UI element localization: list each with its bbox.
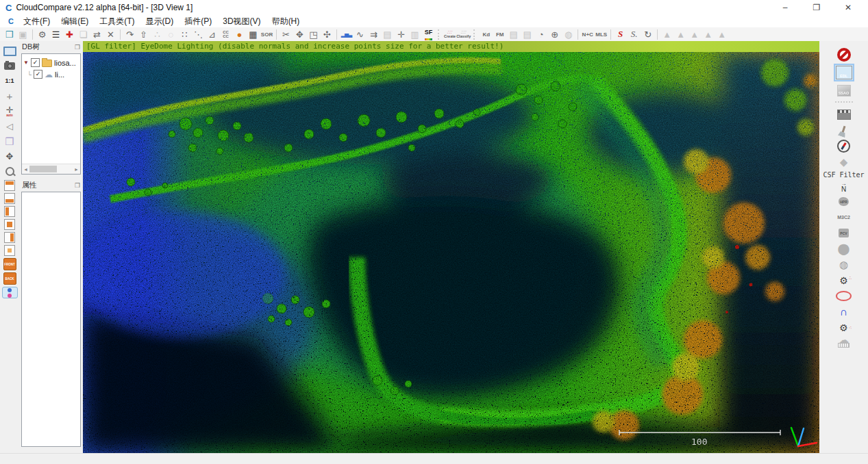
pan-icon[interactable]: ✥ [2, 150, 17, 163]
scroll-right-button[interactable]: ► [73, 167, 80, 172]
terrain-icon-1[interactable]: ▲ [660, 27, 673, 41]
cloud-cloud-distance-icon[interactable]: CC CC [219, 27, 232, 41]
view-front-iso-icon[interactable]: FRONT [3, 258, 16, 270]
wire-globe2-icon[interactable]: ◍ [562, 27, 575, 41]
mls-icon[interactable]: MLS [595, 27, 608, 41]
wire-globe-icon[interactable]: ⊕ [548, 27, 561, 41]
menu-file[interactable]: 文件(F) [18, 16, 55, 27]
root-checkbox[interactable]: ✓ [31, 58, 40, 67]
kd-tree-icon[interactable]: Kd [480, 27, 493, 41]
gear-icon[interactable]: ⚙ [36, 27, 49, 41]
point-cloud-render[interactable]: 100 [83, 52, 819, 453]
compass-plugin-button[interactable] [835, 140, 853, 153]
zoom-1-1-icon[interactable]: 1:1 [2, 75, 17, 88]
pivot-center-icon[interactable]: + [2, 90, 17, 103]
flip-view-icon[interactable]: ◁ [2, 120, 17, 133]
compute-normals-icon[interactable]: ⇧ [137, 27, 150, 41]
spline-dot-icon[interactable]: S. [628, 27, 641, 41]
spline-icon[interactable]: S [614, 27, 627, 41]
terrain-icon-2[interactable]: ▲ [674, 27, 687, 41]
terrain-icon-3[interactable]: ▲ [688, 27, 701, 41]
hpr-plugin-button[interactable]: HPR [835, 195, 853, 208]
tree-row-root[interactable]: ▼ ✓ liosa... [23, 57, 79, 68]
menu-help[interactable]: 帮助(H) [266, 16, 306, 27]
view-back-iso-icon[interactable]: BACK [3, 272, 16, 285]
segment-icon[interactable]: ✂ [280, 27, 293, 41]
sf-arithmetic-icon[interactable]: ▥ [408, 27, 421, 41]
curve-icon[interactable]: ∿ [354, 27, 367, 41]
facets-north-button[interactable]: → N [841, 181, 847, 192]
view-left-icon[interactable] [4, 206, 15, 217]
add-sf-icon[interactable]: ✛ [395, 27, 408, 41]
view-bottom-icon[interactable] [4, 193, 15, 204]
sample-points-icon[interactable]: ◌ [164, 27, 177, 41]
cork-plugin-button[interactable]: ∩ [835, 305, 853, 318]
sf-icon[interactable]: SF [425, 29, 433, 40]
close-button[interactable]: ✕ [832, 0, 864, 15]
cloud-measure-button[interactable]: ☁ [838, 337, 850, 348]
view-top-icon[interactable] [4, 180, 15, 191]
terrain-icon-4[interactable]: ▲ [702, 27, 715, 41]
view-right-icon[interactable] [4, 232, 15, 243]
menu-plugins[interactable]: 插件(P) [179, 16, 217, 27]
canupo-classify-icon[interactable]: ∴∵Classify [456, 27, 471, 41]
file-export2-icon[interactable]: ▤ [521, 27, 534, 41]
properties-float-button[interactable]: ❐ [75, 182, 80, 189]
raster-icon[interactable]: ▦ [247, 27, 260, 41]
scroll-left-button[interactable]: ◄ [22, 167, 29, 172]
file-export-icon[interactable]: ▤ [507, 27, 520, 41]
menu-edit[interactable]: 编辑(E) [55, 16, 94, 27]
view-back-icon[interactable] [4, 245, 15, 256]
3d-viewport[interactable]: [GL filter] EyeDome Lighting (disable no… [83, 41, 819, 453]
sor-filter-icon[interactable]: SOR [260, 27, 273, 41]
poisson-recon-button[interactable]: ⬤ [835, 242, 853, 255]
stereo-dots-button[interactable] [2, 287, 18, 298]
save-icon[interactable]: ▣ [16, 27, 29, 41]
menu-display[interactable]: 显示(D) [140, 16, 179, 27]
rotate-icon[interactable]: ↻ [641, 27, 654, 41]
expander-icon[interactable]: ▼ [23, 60, 29, 66]
minimize-button[interactable]: – [769, 0, 801, 15]
screenshot-icon[interactable] [2, 60, 17, 73]
m3c2-plugin-button[interactable]: M3C2 [835, 211, 853, 224]
shield-plugin-button[interactable]: ◆ [835, 155, 853, 168]
clone-icon[interactable]: ❏ [77, 27, 90, 41]
delete-icon[interactable]: ✕ [104, 27, 117, 41]
view-front-icon[interactable] [4, 219, 15, 230]
fit-plane-icon[interactable]: ⊿ [206, 27, 219, 41]
cross-section-icon[interactable]: ◳ [307, 27, 320, 41]
properties-list-icon[interactable]: ☰ [49, 27, 62, 41]
broom-plugin-button[interactable] [835, 124, 853, 137]
zoom-icon[interactable] [2, 165, 17, 178]
fm-icon[interactable]: FM [493, 27, 506, 41]
poisson-icon[interactable]: ● [233, 27, 246, 41]
menu-3dview[interactable]: 3D视图(V) [217, 16, 266, 27]
cloudlayers-plugin-button[interactable]: ⚙ [835, 321, 853, 334]
cloud-checkbox[interactable]: ✓ [34, 70, 42, 79]
translate-icon[interactable]: ✥ [293, 27, 306, 41]
disable-glfilter-button[interactable] [835, 48, 853, 61]
db-tree-hscrollbar[interactable]: ◄ ► [22, 164, 80, 174]
point-list-picking-icon[interactable]: ✣ [321, 27, 334, 41]
calculator-icon[interactable]: ▤ [381, 27, 394, 41]
csf-filter-label[interactable]: CSF Filter [823, 171, 864, 179]
pcl-plugin-button[interactable]: ⚙ [835, 274, 853, 287]
subsample-icon[interactable]: ⋱ [192, 27, 205, 41]
edl-filter-button[interactable]: EDL [835, 64, 853, 81]
fullscreen-3d-icon[interactable] [2, 44, 17, 57]
sf-gradient-icon[interactable]: ⇉ [367, 27, 380, 41]
interactive-transform-icon[interactable]: ↷ [123, 27, 136, 41]
ssao-filter-button[interactable]: SSAO [835, 84, 853, 97]
ransac-plugin-button[interactable]: ◍ [835, 258, 853, 271]
open-file-icon[interactable]: ❒ [3, 27, 16, 41]
auto-pick-center-icon[interactable]: ✛auto [2, 105, 17, 118]
sra-plugin-button[interactable] [835, 289, 853, 302]
noise-filter-icon[interactable]: ∷ [178, 27, 191, 41]
db-tree-float-button[interactable]: ❐ [75, 44, 80, 51]
restore-button[interactable]: ❐ [801, 0, 832, 15]
octree-icon[interactable]: ∴ [151, 27, 164, 41]
pcv-plugin-button[interactable]: PCV [835, 227, 853, 240]
point-picking-icon[interactable]: ✚ [63, 27, 76, 41]
apply-transform-icon[interactable]: ⇄ [90, 27, 103, 41]
menu-tools[interactable]: 工具类(T) [94, 16, 140, 27]
